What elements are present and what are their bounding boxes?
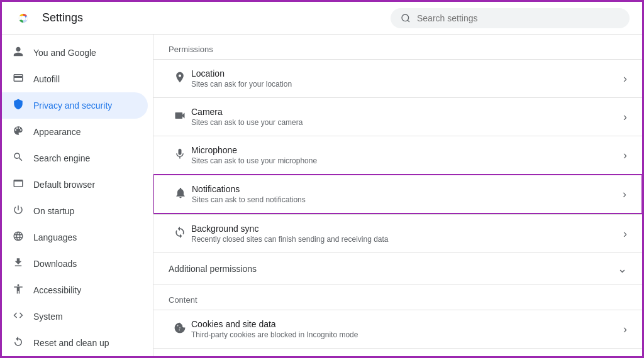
sidebar-label-languages: Languages [33,232,77,242]
microphone-icon [169,148,191,163]
permission-item-location[interactable]: Location Sites can ask for your location… [153,59,642,97]
sidebar-item-autofill[interactable]: Autofill [2,66,148,92]
credit-card-icon [12,72,25,86]
sidebar-label-you-and-google: You and Google [33,48,96,58]
permission-cookies-arrow: › [623,323,627,336]
header: Settings [2,2,642,35]
additional-permissions-label: Additional permissions [169,264,257,274]
search-icon [401,13,411,23]
permission-microphone-desc: Sites can ask to use your microphone [191,156,623,165]
permission-item-microphone[interactable]: Microphone Sites can ask to use your mic… [153,136,642,174]
content-area: Permissions Location Sites can ask for y… [153,35,642,356]
permission-camera-desc: Sites can ask to use your camera [191,118,623,127]
cookie-icon [169,322,191,337]
chrome-logo-icon [14,9,32,27]
sidebar-label-search-engine: Search engine [33,153,90,163]
sidebar-item-downloads[interactable]: Downloads [2,251,148,277]
permission-cookies-title: Cookies and site data [191,319,623,329]
reset-icon [12,336,25,350]
permission-cookies-desc: Third-party cookies are blocked in Incog… [191,330,623,339]
sidebar-label-system: System [33,312,63,322]
permission-notifications-arrow: › [623,188,626,201]
power-icon [12,204,25,218]
additional-permissions-chevron: ⌄ [618,262,627,276]
permission-item-notifications[interactable]: Notifications Sites can ask to send noti… [153,174,642,214]
search-engine-icon [12,151,25,165]
camera-icon [169,109,191,125]
sidebar-label-privacy-and-security: Privacy and security [33,100,112,111]
palette-icon [12,125,25,139]
sidebar-label-default-browser: Default browser [33,180,95,190]
permission-microphone-title: Microphone [191,145,623,155]
sidebar-item-privacy-and-security[interactable]: Privacy and security [2,92,148,119]
search-bar[interactable] [391,8,630,28]
permission-background-sync-arrow: › [623,227,627,241]
sidebar-label-autofill: Autofill [33,74,60,84]
sidebar-label-downloads: Downloads [33,259,77,269]
svg-point-2 [21,16,26,20]
sidebar-item-system[interactable]: System [2,303,148,330]
additional-permissions-row[interactable]: Additional permissions ⌄ [153,252,642,285]
sidebar-item-reset-and-clean-up[interactable]: Reset and clean up [2,330,148,356]
sidebar-item-you-and-google[interactable]: You and Google [2,40,148,66]
svg-point-3 [402,14,409,21]
svg-line-4 [408,20,409,22]
permission-camera-arrow: › [623,111,627,124]
permission-background-sync-desc: Recently closed sites can finish sending… [191,235,623,244]
sidebar-item-search-engine[interactable]: Search engine [2,145,148,171]
person-icon [12,46,25,60]
location-pin-icon [169,71,191,87]
permission-item-camera[interactable]: Camera Sites can ask to use your camera … [153,97,642,136]
sync-icon [169,226,191,242]
permission-microphone-arrow: › [623,149,627,162]
permissions-section-header: Permissions [153,35,642,59]
sidebar-label-accessibility: Accessibility [33,285,81,295]
permission-notifications-desc: Sites can ask to send notifications [192,195,623,204]
shield-icon [12,99,25,112]
system-icon [12,310,25,323]
download-icon [12,257,25,271]
globe-icon [12,231,25,244]
permission-camera-title: Camera [191,107,623,117]
permission-location-desc: Sites can ask for your location [191,80,623,89]
sidebar-item-default-browser[interactable]: Default browser [2,171,148,198]
main-layout: You and Google Autofill Privacy and secu… [2,35,642,356]
permission-notifications-title: Notifications [192,184,623,194]
permission-location-title: Location [191,68,623,79]
sidebar-label-on-startup: On startup [33,206,74,216]
bell-icon [169,187,192,202]
sidebar: You and Google Autofill Privacy and secu… [2,35,153,356]
sidebar-item-accessibility[interactable]: Accessibility [2,277,148,303]
sidebar-label-reset-and-clean-up: Reset and clean up [33,338,109,348]
accessibility-icon [12,283,25,297]
content-section-header: Content [153,285,642,310]
search-input[interactable] [417,13,619,23]
sidebar-item-appearance[interactable]: Appearance [2,119,148,145]
browser-icon [12,178,25,192]
permission-item-javascript[interactable]: JavaScript Sites can use Javascript › [153,348,642,356]
sidebar-item-languages[interactable]: Languages [2,224,148,251]
page-title: Settings [42,11,83,24]
permission-item-background-sync[interactable]: Background sync Recently closed sites ca… [153,214,642,252]
permission-background-sync-title: Background sync [191,224,623,234]
sidebar-label-appearance: Appearance [33,127,81,137]
permission-item-cookies[interactable]: Cookies and site data Third-party cookie… [153,310,642,348]
permission-location-arrow: › [623,72,627,85]
sidebar-item-on-startup[interactable]: On startup [2,198,148,224]
